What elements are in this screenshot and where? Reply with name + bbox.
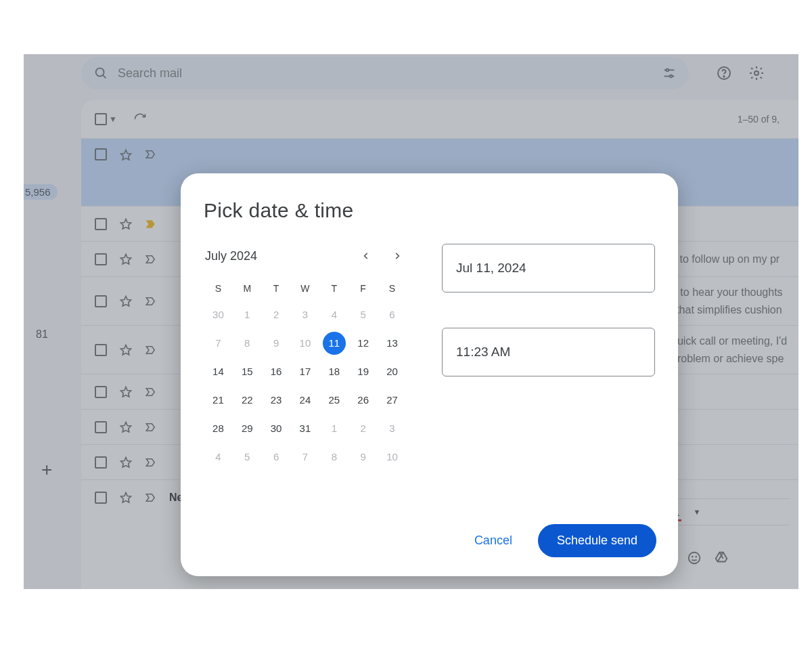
app-shell: 5,956 81 + ▼ 1–50 of 9, anted t	[24, 54, 798, 589]
calendar-day[interactable]: 7	[291, 443, 320, 471]
calendar-dow: M	[233, 276, 262, 301]
calendar-day[interactable]: 10	[378, 443, 407, 471]
calendar-grid: SMTWTFS 30123456789101112131415161718192…	[204, 276, 407, 471]
calendar-dow: T	[319, 276, 348, 301]
calendar-day[interactable]: 3	[291, 301, 320, 329]
calendar-day[interactable]: 1	[233, 301, 262, 329]
calendar-day[interactable]: 17	[291, 358, 320, 386]
calendar-day[interactable]: 4	[204, 443, 233, 471]
calendar-dow: S	[378, 276, 407, 301]
time-input[interactable]: 11:23 AM	[442, 328, 655, 376]
calendar-day[interactable]: 12	[348, 329, 378, 358]
calendar-month-label: July 2024	[205, 249, 257, 263]
calendar-day[interactable]: 24	[291, 386, 320, 414]
calendar-day[interactable]: 23	[262, 386, 291, 414]
calendar-day[interactable]: 8	[319, 443, 348, 471]
calendar-day[interactable]: 1	[319, 414, 348, 443]
calendar-day[interactable]: 10	[291, 329, 320, 358]
calendar-day[interactable]: 26	[348, 386, 378, 414]
calendar-day[interactable]: 21	[204, 386, 233, 414]
calendar-day[interactable]: 9	[348, 443, 378, 471]
calendar-day[interactable]: 5	[348, 301, 378, 329]
calendar-day[interactable]: 11	[319, 329, 348, 358]
next-month-icon[interactable]	[388, 246, 407, 265]
date-input[interactable]: Jul 11, 2024	[442, 244, 655, 292]
schedule-dialog: Pick date & time July 2024 SMTWTFS 30123…	[181, 173, 678, 576]
calendar-day[interactable]: 2	[262, 301, 291, 329]
calendar-day[interactable]: 13	[378, 329, 407, 358]
calendar-day[interactable]: 14	[204, 358, 233, 386]
calendar-dow: S	[204, 276, 233, 301]
calendar-day[interactable]: 15	[233, 358, 262, 386]
prev-month-icon[interactable]	[357, 246, 376, 265]
calendar-day[interactable]: 30	[262, 414, 291, 443]
calendar-day[interactable]: 28	[204, 414, 233, 443]
calendar-day[interactable]: 2	[348, 414, 378, 443]
calendar-day[interactable]: 20	[378, 358, 407, 386]
calendar-dow: W	[291, 276, 320, 301]
dialog-title: Pick date & time	[204, 199, 655, 222]
calendar-day[interactable]: 16	[262, 358, 291, 386]
calendar-dow: F	[348, 276, 378, 301]
calendar-day[interactable]: 7	[204, 329, 233, 358]
calendar-day[interactable]: 3	[378, 414, 407, 443]
calendar-day[interactable]: 31	[291, 414, 320, 443]
calendar-dow: T	[262, 276, 291, 301]
calendar-day[interactable]: 5	[233, 443, 262, 471]
calendar-day[interactable]: 6	[378, 301, 407, 329]
calendar-day[interactable]: 22	[233, 386, 262, 414]
calendar-day[interactable]: 8	[233, 329, 262, 358]
calendar-day[interactable]: 29	[233, 414, 262, 443]
calendar-day[interactable]: 27	[378, 386, 407, 414]
calendar-day[interactable]: 25	[319, 386, 348, 414]
calendar-day[interactable]: 19	[348, 358, 378, 386]
cancel-button[interactable]: Cancel	[466, 527, 520, 555]
calendar-day[interactable]: 18	[319, 358, 348, 386]
calendar-day[interactable]: 6	[262, 443, 291, 471]
schedule-send-button[interactable]: Schedule send	[538, 524, 656, 557]
calendar-day[interactable]: 9	[262, 329, 291, 358]
calendar-day[interactable]: 30	[204, 301, 233, 329]
calendar-day[interactable]: 4	[319, 301, 348, 329]
calendar: July 2024 SMTWTFS 3012345678910111213141…	[204, 242, 407, 471]
